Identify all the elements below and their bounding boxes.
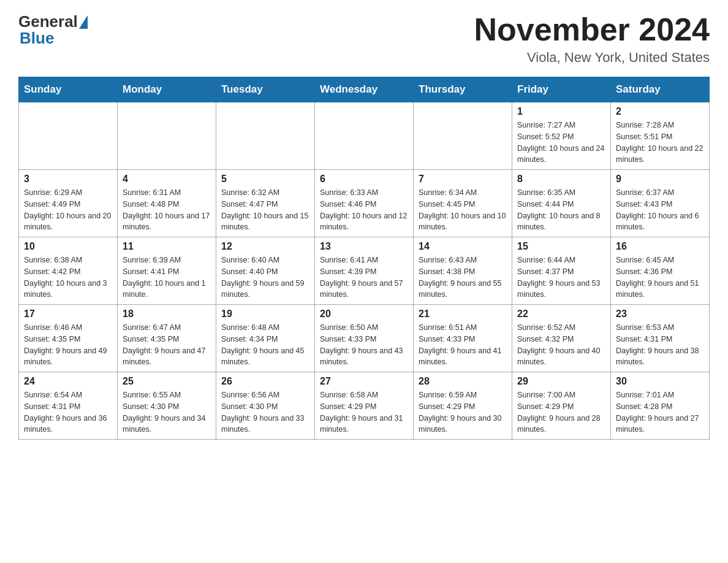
day-info: Sunrise: 6:40 AMSunset: 4:40 PMDaylight:…: [221, 255, 309, 301]
day-info: Sunrise: 6:50 AMSunset: 4:33 PMDaylight:…: [320, 322, 408, 368]
calendar-cell: [216, 102, 315, 170]
day-number: 10: [24, 241, 112, 252]
day-number: 16: [616, 241, 704, 252]
day-number: 29: [517, 376, 605, 387]
day-number: 17: [24, 308, 112, 320]
day-number: 13: [320, 241, 408, 252]
calendar-cell: 15Sunrise: 6:44 AMSunset: 4:37 PMDayligh…: [512, 237, 611, 305]
week-row-3: 10Sunrise: 6:38 AMSunset: 4:42 PMDayligh…: [19, 237, 710, 305]
day-info: Sunrise: 6:44 AMSunset: 4:37 PMDaylight:…: [517, 255, 605, 301]
calendar-cell: 5Sunrise: 6:32 AMSunset: 4:47 PMDaylight…: [216, 170, 315, 237]
calendar-cell: 1Sunrise: 7:27 AMSunset: 5:52 PMDaylight…: [512, 102, 611, 170]
day-number: 26: [221, 376, 309, 387]
calendar-cell: [315, 102, 414, 170]
calendar-cell: 13Sunrise: 6:41 AMSunset: 4:39 PMDayligh…: [315, 237, 414, 305]
col-header-sunday: Sunday: [19, 77, 118, 102]
day-number: 15: [517, 241, 605, 252]
calendar-cell: 10Sunrise: 6:38 AMSunset: 4:42 PMDayligh…: [19, 237, 118, 305]
day-number: 30: [616, 376, 704, 387]
day-number: 3: [24, 174, 112, 185]
location-subtitle: Viola, New York, United States: [474, 50, 710, 66]
calendar-cell: 4Sunrise: 6:31 AMSunset: 4:48 PMDaylight…: [118, 170, 216, 237]
day-info: Sunrise: 6:31 AMSunset: 4:48 PMDaylight:…: [123, 187, 211, 233]
month-title: November 2024: [474, 12, 710, 47]
col-header-wednesday: Wednesday: [315, 77, 414, 102]
day-number: 5: [221, 174, 309, 185]
day-number: 21: [419, 308, 507, 320]
day-info: Sunrise: 7:01 AMSunset: 4:28 PMDaylight:…: [616, 389, 704, 435]
week-row-5: 24Sunrise: 6:54 AMSunset: 4:31 PMDayligh…: [19, 372, 710, 440]
calendar-cell: 12Sunrise: 6:40 AMSunset: 4:40 PMDayligh…: [216, 237, 315, 305]
day-number: 27: [320, 376, 408, 387]
calendar-cell: [118, 102, 216, 170]
col-header-monday: Monday: [118, 77, 216, 102]
calendar-cell: 9Sunrise: 6:37 AMSunset: 4:43 PMDaylight…: [611, 170, 710, 237]
calendar-cell: [414, 102, 512, 170]
day-info: Sunrise: 6:58 AMSunset: 4:29 PMDaylight:…: [320, 389, 408, 435]
day-number: 18: [123, 308, 211, 320]
day-info: Sunrise: 6:46 AMSunset: 4:35 PMDaylight:…: [24, 322, 112, 368]
day-info: Sunrise: 6:52 AMSunset: 4:32 PMDaylight:…: [517, 322, 605, 368]
day-info: Sunrise: 6:45 AMSunset: 4:36 PMDaylight:…: [616, 255, 704, 301]
col-header-friday: Friday: [512, 77, 611, 102]
calendar-cell: 23Sunrise: 6:53 AMSunset: 4:31 PMDayligh…: [611, 305, 710, 372]
week-row-1: 1Sunrise: 7:27 AMSunset: 5:52 PMDaylight…: [19, 102, 710, 170]
day-number: 19: [221, 308, 309, 320]
day-info: Sunrise: 6:37 AMSunset: 4:43 PMDaylight:…: [616, 187, 704, 233]
calendar-cell: 30Sunrise: 7:01 AMSunset: 4:28 PMDayligh…: [611, 372, 710, 440]
day-info: Sunrise: 6:48 AMSunset: 4:34 PMDaylight:…: [221, 322, 309, 368]
calendar-cell: 19Sunrise: 6:48 AMSunset: 4:34 PMDayligh…: [216, 305, 315, 372]
day-info: Sunrise: 6:34 AMSunset: 4:45 PMDaylight:…: [419, 187, 507, 233]
day-info: Sunrise: 6:39 AMSunset: 4:41 PMDaylight:…: [123, 255, 211, 301]
week-row-2: 3Sunrise: 6:29 AMSunset: 4:49 PMDaylight…: [19, 170, 710, 237]
day-info: Sunrise: 6:32 AMSunset: 4:47 PMDaylight:…: [221, 187, 309, 233]
calendar-cell: 8Sunrise: 6:35 AMSunset: 4:44 PMDaylight…: [512, 170, 611, 237]
calendar-cell: 22Sunrise: 6:52 AMSunset: 4:32 PMDayligh…: [512, 305, 611, 372]
day-number: 12: [221, 241, 309, 252]
calendar-cell: 25Sunrise: 6:55 AMSunset: 4:30 PMDayligh…: [118, 372, 216, 440]
day-number: 28: [419, 376, 507, 387]
calendar-cell: 16Sunrise: 6:45 AMSunset: 4:36 PMDayligh…: [611, 237, 710, 305]
day-info: Sunrise: 6:41 AMSunset: 4:39 PMDaylight:…: [320, 255, 408, 301]
calendar-cell: 26Sunrise: 6:56 AMSunset: 4:30 PMDayligh…: [216, 372, 315, 440]
logo-triangle-icon: [79, 15, 88, 29]
day-number: 14: [419, 241, 507, 252]
calendar-cell: 24Sunrise: 6:54 AMSunset: 4:31 PMDayligh…: [19, 372, 118, 440]
page-header: General Blue November 2024 Viola, New Yo…: [18, 12, 710, 66]
day-number: 24: [24, 376, 112, 387]
day-number: 23: [616, 308, 704, 320]
day-number: 25: [123, 376, 211, 387]
calendar-cell: 20Sunrise: 6:50 AMSunset: 4:33 PMDayligh…: [315, 305, 414, 372]
day-info: Sunrise: 6:56 AMSunset: 4:30 PMDaylight:…: [221, 389, 309, 435]
day-info: Sunrise: 7:00 AMSunset: 4:29 PMDaylight:…: [517, 389, 605, 435]
week-row-4: 17Sunrise: 6:46 AMSunset: 4:35 PMDayligh…: [19, 305, 710, 372]
day-info: Sunrise: 6:59 AMSunset: 4:29 PMDaylight:…: [419, 389, 507, 435]
calendar-cell: 21Sunrise: 6:51 AMSunset: 4:33 PMDayligh…: [414, 305, 512, 372]
day-info: Sunrise: 6:55 AMSunset: 4:30 PMDaylight:…: [123, 389, 211, 435]
col-header-saturday: Saturday: [611, 77, 710, 102]
day-number: 7: [419, 174, 507, 185]
day-number: 1: [517, 106, 605, 117]
day-info: Sunrise: 7:27 AMSunset: 5:52 PMDaylight:…: [517, 120, 605, 166]
day-number: 11: [123, 241, 211, 252]
calendar-cell: 17Sunrise: 6:46 AMSunset: 4:35 PMDayligh…: [19, 305, 118, 372]
day-info: Sunrise: 6:47 AMSunset: 4:35 PMDaylight:…: [123, 322, 211, 368]
day-number: 8: [517, 174, 605, 185]
logo-blue: Blue: [20, 29, 54, 48]
day-info: Sunrise: 7:28 AMSunset: 5:51 PMDaylight:…: [616, 120, 704, 166]
calendar-cell: 11Sunrise: 6:39 AMSunset: 4:41 PMDayligh…: [118, 237, 216, 305]
calendar-header-row: SundayMondayTuesdayWednesdayThursdayFrid…: [19, 77, 710, 102]
day-info: Sunrise: 6:53 AMSunset: 4:31 PMDaylight:…: [616, 322, 704, 368]
col-header-thursday: Thursday: [414, 77, 512, 102]
calendar-cell: 6Sunrise: 6:33 AMSunset: 4:46 PMDaylight…: [315, 170, 414, 237]
day-number: 22: [517, 308, 605, 320]
calendar-cell: 14Sunrise: 6:43 AMSunset: 4:38 PMDayligh…: [414, 237, 512, 305]
calendar-cell: 7Sunrise: 6:34 AMSunset: 4:45 PMDaylight…: [414, 170, 512, 237]
day-number: 20: [320, 308, 408, 320]
day-info: Sunrise: 6:33 AMSunset: 4:46 PMDaylight:…: [320, 187, 408, 233]
calendar-cell: 29Sunrise: 7:00 AMSunset: 4:29 PMDayligh…: [512, 372, 611, 440]
logo: General Blue: [18, 12, 88, 48]
day-number: 9: [616, 174, 704, 185]
calendar-cell: 2Sunrise: 7:28 AMSunset: 5:51 PMDaylight…: [611, 102, 710, 170]
calendar-cell: 27Sunrise: 6:58 AMSunset: 4:29 PMDayligh…: [315, 372, 414, 440]
